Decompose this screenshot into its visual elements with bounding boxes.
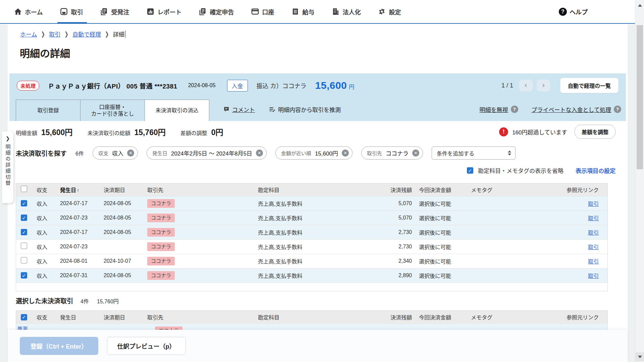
nav-item-incorporation[interactable]: 法人化 <box>332 0 369 23</box>
col-ref-link[interactable]: 参照元リンク <box>557 311 607 323</box>
accounts-icon <box>251 8 259 15</box>
sort-asc-icon: ↑ <box>77 188 79 193</box>
row-checkbox[interactable] <box>21 243 27 249</box>
amount-unit: 円 <box>349 84 355 90</box>
journal-preview-button[interactable]: 仕訳プレビュー（p） <box>107 337 186 355</box>
comment-link[interactable]: コメント <box>223 105 255 114</box>
col-memo[interactable]: メモタグ <box>467 183 557 196</box>
nav-item-accounts[interactable]: 口座 <box>251 0 283 23</box>
col-settle-amount[interactable]: 今回決済金額 <box>415 183 467 196</box>
page-title: 明細の詳細 <box>20 45 70 60</box>
col-partner[interactable]: 取引先 <box>143 183 254 196</box>
col-date-sorted[interactable]: 発生日↑ <box>56 183 99 196</box>
chevron-right-icon: ❯ <box>6 135 10 141</box>
breadcrumb-transactions[interactable]: 取引 <box>49 30 60 38</box>
tab-account-transfer[interactable]: 口座振替・カード引き落とし <box>80 100 145 121</box>
nav-item-orders[interactable]: 受発注 <box>100 0 138 23</box>
transaction-link[interactable]: 取引 <box>588 273 599 279</box>
transaction-link[interactable]: 取引 <box>588 201 599 207</box>
select-all-checkbox[interactable] <box>21 186 27 192</box>
col-account-item[interactable]: 勘定科目 <box>254 183 381 196</box>
ignore-statement-link[interactable]: 明細を無視 ? <box>480 105 518 114</box>
next-button[interactable] <box>537 79 550 92</box>
help-circle-icon[interactable]: ? <box>614 106 621 113</box>
filter-chip-amount-order[interactable]: 金額が近い順 15,600円 ✕ <box>275 146 353 160</box>
row-checkbox[interactable] <box>21 257 27 263</box>
col-type[interactable]: 収支 <box>32 183 56 196</box>
partner-tag: ココナラ <box>147 228 175 237</box>
list-check-icon <box>269 106 275 113</box>
chevron-right-icon <box>541 83 546 88</box>
nav-item-settings[interactable]: 設定 <box>378 0 410 23</box>
selected-total: 15,760円 <box>97 297 119 305</box>
incorporation-icon <box>332 8 339 15</box>
table-row: 収入 2024-07-31 2024-08-05 ココナラ 売上高,支払手数料 … <box>16 268 607 283</box>
transaction-link[interactable]: 取引 <box>588 230 599 236</box>
tab-register-transaction[interactable]: 取引登録 <box>16 100 80 121</box>
breadcrumb-auto-accounting[interactable]: 自動で経理 <box>72 30 101 38</box>
remove-filter-icon[interactable]: ✕ <box>412 149 419 157</box>
partner-tag: ココナラ <box>147 242 175 251</box>
private-deposit-link[interactable]: プライベートな入金として処理 ? <box>532 105 622 114</box>
partner-tag: ココナラ <box>147 199 175 208</box>
help-circle-icon[interactable]: ? <box>511 106 518 113</box>
col-due[interactable]: 決済期日 <box>99 183 143 196</box>
col-partner[interactable]: 取引先 <box>143 311 254 323</box>
col-remaining[interactable]: 決済残額 <box>381 183 415 196</box>
tax-return-icon <box>199 8 207 15</box>
auto-accounting-list-button[interactable]: 自動で経理の一覧 <box>560 78 619 93</box>
detail-switch-side-tab[interactable]: ❯ 明細の詳細切替 <box>2 131 13 203</box>
add-condition-select[interactable]: 条件を追加する <box>432 146 516 160</box>
top-nav: ホーム 取引 受発注 レポート 確定申告 口座 給与 法人化 <box>0 0 644 24</box>
omit-display-checkbox[interactable] <box>467 167 473 174</box>
vertical-scrollbar[interactable] <box>635 0 644 362</box>
col-remaining[interactable]: 決済残額 <box>381 311 415 323</box>
register-button[interactable]: 登録（Ctrl + Enter） <box>20 337 98 355</box>
deposit-badge: 入金 <box>227 80 248 92</box>
col-due[interactable]: 決済期日 <box>99 311 143 323</box>
nav-label: 確定申告 <box>210 7 234 16</box>
table-row: 収入 2024-07-23 2024-08-05 ココナラ 売上高,支払手数料 … <box>16 210 607 225</box>
display-settings-link[interactable]: 表示項目の設定 <box>576 166 615 175</box>
row-checkbox[interactable] <box>21 200 27 206</box>
remove-filter-icon[interactable]: ✕ <box>127 149 134 157</box>
guess-link[interactable]: 推測 <box>17 325 28 330</box>
col-date[interactable]: 発生日 <box>56 311 99 323</box>
statement-description: 振込 カ）ココナラ <box>257 81 307 90</box>
row-checkbox[interactable] <box>21 229 27 235</box>
select-arrows-icon <box>508 150 511 156</box>
table-header-row: 収支 発生日↑ 決済期日 取引先 勘定科目 決済残額 今回決済金額 メモタグ 参… <box>16 183 607 196</box>
filter-chip-date-range[interactable]: 発生日 2024年2月5日 ～ 2024年8月5日 ✕ <box>147 146 267 160</box>
col-account-item[interactable]: 勘定科目 <box>254 311 381 323</box>
prev-button[interactable] <box>519 79 533 92</box>
scroll-up-button[interactable] <box>635 1 644 10</box>
scrollbar-thumb[interactable] <box>637 25 643 169</box>
transaction-link[interactable]: 取引 <box>588 244 599 250</box>
filter-chip-type[interactable]: 収支 収入 ✕ <box>93 146 138 160</box>
tab-open-transaction-clearing[interactable]: 未決済取引の消込 <box>145 100 209 121</box>
nav-item-report[interactable]: レポート <box>147 0 190 23</box>
remove-filter-icon[interactable]: ✕ <box>256 149 263 157</box>
table-row: 収入 2024-07-23 ココナラ 売上高,支払手数料 2,730 選択後に可… <box>16 239 607 254</box>
col-type[interactable]: 収支 <box>32 311 56 323</box>
row-checkbox[interactable] <box>21 272 27 279</box>
transaction-link[interactable]: 取引 <box>588 216 599 221</box>
nav-item-home[interactable]: ホーム <box>14 0 51 23</box>
transaction-link[interactable]: 取引 <box>588 259 599 264</box>
select-all-checkbox[interactable] <box>21 314 27 320</box>
col-memo[interactable]: メモタグ <box>467 311 557 323</box>
infer-transaction-link[interactable]: 明細内容から取引を推測 <box>269 105 341 114</box>
status-badge: 未処理 <box>17 81 39 90</box>
adjust-difference-button[interactable]: 差額を調整 <box>575 125 615 139</box>
row-checkbox[interactable] <box>21 215 27 221</box>
breadcrumb-home[interactable]: ホーム <box>20 30 37 38</box>
nav-item-tax-return[interactable]: 確定申告 <box>199 0 243 23</box>
nav-item-transactions[interactable]: 取引 <box>60 0 92 23</box>
col-settle-amount[interactable]: 今回決済金額 <box>415 311 467 323</box>
remove-filter-icon[interactable]: ✕ <box>342 149 349 157</box>
scroll-down-button[interactable] <box>635 352 644 361</box>
col-ref-link[interactable]: 参照元リンク <box>557 183 607 196</box>
filter-chip-partner[interactable]: 取引先 ココナラ ✕ <box>361 146 423 160</box>
nav-item-payroll[interactable]: 給与 <box>291 0 323 23</box>
help-button[interactable]: ? ヘルプ <box>559 7 588 16</box>
